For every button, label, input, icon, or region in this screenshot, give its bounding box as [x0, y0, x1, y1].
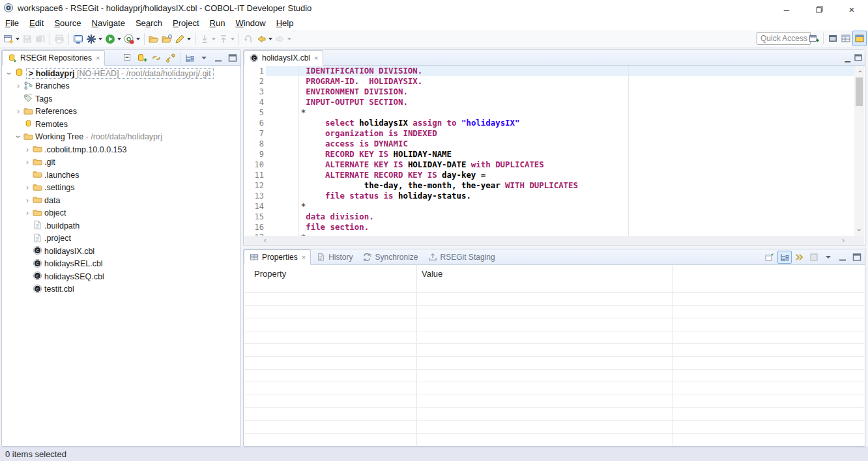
- dropdown-arrow-icon[interactable]: [187, 38, 191, 40]
- tree-item-holidaysrel.cbl[interactable]: ›cholidaysREL.cbl: [3, 258, 240, 271]
- table-row[interactable]: [244, 382, 864, 395]
- coverage-button[interactable]: Q: [123, 32, 141, 46]
- tree-item-.buildpath[interactable]: ›.buildpath: [3, 219, 240, 232]
- code-line-9[interactable]: 9 RECORD KEY IS HOLIDAY-NAME: [244, 149, 864, 160]
- save-button[interactable]: [21, 32, 34, 46]
- code-line-3[interactable]: 3 ENVIRONMENT DIVISION.: [244, 87, 864, 97]
- code-line-7[interactable]: 7 organization is INDEXED: [244, 128, 864, 139]
- quick-access-box[interactable]: Quick Access: [757, 32, 811, 45]
- code-line-12[interactable]: 12 the-day, the-month, the-year WITH DUP…: [244, 180, 864, 191]
- menu-file[interactable]: File: [0, 17, 24, 29]
- tree-item-.git[interactable]: ›.git: [3, 156, 240, 169]
- code-line-11[interactable]: 11 ALTERNATE RECORD KEY IS day-key =: [244, 170, 864, 180]
- dropdown-arrow-icon[interactable]: [98, 38, 102, 40]
- tree-item-holidayprj[interactable]: ›> holidayprj [NO-HEAD] - /root/data/hol…: [3, 67, 240, 80]
- table-row[interactable]: [244, 433, 864, 445]
- scroll-down-icon[interactable]: ›: [854, 225, 864, 234]
- tab-holidaysix-editor[interactable]: c holidaysIX.cbl ×: [244, 50, 323, 66]
- hierarchy-button[interactable]: [183, 52, 196, 64]
- table-row[interactable]: [244, 292, 864, 305]
- tree-item-references[interactable]: ›References: [3, 105, 240, 119]
- viewmenu-button[interactable]: [197, 52, 210, 64]
- tree-item-branches[interactable]: ›Branches: [3, 80, 240, 93]
- minimize-button[interactable]: [836, 251, 849, 263]
- tree-item-.cobolit.tmp.10.0.0.153[interactable]: ›.cobolit.tmp.10.0.0.153: [3, 143, 240, 156]
- maximize-button[interactable]: [850, 251, 863, 263]
- chevron-right-icon[interactable]: ›: [23, 158, 32, 166]
- collapse-all-button[interactable]: [121, 52, 134, 64]
- column-header-property[interactable]: Property: [254, 269, 286, 279]
- table-row[interactable]: [244, 356, 864, 369]
- add-repository-button[interactable]: [136, 52, 149, 64]
- scroll-up-icon[interactable]: ›: [854, 67, 864, 76]
- menu-navigate[interactable]: Navigate: [87, 17, 130, 29]
- code-line-1[interactable]: 1 IDENTIFICATION DIVISION.: [244, 66, 864, 76]
- viewmenu-button[interactable]: [822, 251, 835, 263]
- maximize-view-icon[interactable]: [853, 52, 863, 64]
- scrollbar-thumb[interactable]: [856, 77, 863, 106]
- table-row[interactable]: [244, 331, 864, 344]
- column-header-value[interactable]: Value: [422, 269, 442, 279]
- chevron-down-icon[interactable]: ›: [14, 132, 22, 141]
- clone-repository-button[interactable]: [150, 52, 163, 64]
- tree-item-data[interactable]: ›data: [3, 194, 240, 207]
- persp-resource-button[interactable]: [826, 31, 839, 46]
- chevron-right-icon[interactable]: ›: [14, 82, 23, 90]
- dropdown-arrow-icon[interactable]: [287, 38, 291, 40]
- persp-table-button[interactable]: [839, 31, 852, 46]
- open-folder-button[interactable]: [147, 32, 160, 46]
- last-edit-button[interactable]: [242, 32, 255, 46]
- advanced-button[interactable]: [793, 251, 806, 263]
- chevron-down-icon[interactable]: ›: [5, 69, 13, 78]
- link-repository-button[interactable]: [164, 52, 177, 64]
- tree-item-.project[interactable]: ›.project: [3, 232, 240, 245]
- tree-item-tags[interactable]: ›Tags: [3, 92, 240, 105]
- tree-item-holidaysseq.cbl[interactable]: ›cholidaysSEQ.cbl: [3, 270, 240, 283]
- code-line-2[interactable]: 2 PROGRAM-ID. HOLIDAYSIX.: [244, 76, 864, 87]
- code-line-5[interactable]: 5 *: [244, 107, 864, 118]
- minimize-view-icon[interactable]: ▁: [844, 52, 852, 64]
- code-editor[interactable]: 1 IDENTIFICATION DIVISION.2 PROGRAM-ID. …: [244, 66, 864, 236]
- restore-default-button[interactable]: [807, 251, 820, 263]
- save-all-button[interactable]: [34, 32, 47, 46]
- tree-item-.launches[interactable]: ›.launches: [3, 169, 240, 182]
- dropdown-arrow-icon[interactable]: [117, 38, 121, 40]
- table-row[interactable]: [244, 407, 864, 420]
- pin-view-button[interactable]: [763, 251, 776, 263]
- code-line-6[interactable]: 6 select holidaysIX assign to "holidaysI…: [244, 118, 864, 128]
- close-icon[interactable]: ×: [314, 55, 318, 62]
- dropdown-arrow-icon[interactable]: [231, 38, 235, 40]
- tab-history[interactable]: History: [311, 250, 357, 264]
- table-row[interactable]: [244, 369, 864, 382]
- tree-item-.settings[interactable]: ›.settings: [3, 182, 240, 195]
- tab-rsegit-staging[interactable]: RSEGit Staging: [423, 250, 500, 264]
- menu-edit[interactable]: Edit: [24, 17, 49, 29]
- close-icon[interactable]: ×: [302, 254, 306, 261]
- chevron-right-icon[interactable]: ›: [23, 197, 32, 204]
- tree-item-object[interactable]: ›object: [3, 207, 240, 220]
- menu-search[interactable]: Search: [130, 17, 167, 29]
- editor-vertical-scrollbar[interactable]: › ›: [854, 66, 864, 236]
- run-button[interactable]: [104, 32, 123, 46]
- editor-horizontal-scrollbar[interactable]: ‹ ›: [244, 236, 864, 245]
- categories-button[interactable]: [777, 251, 792, 264]
- dropdown-arrow-icon[interactable]: [16, 38, 20, 40]
- table-row[interactable]: [244, 305, 864, 318]
- menu-source[interactable]: Source: [49, 17, 86, 29]
- tab-properties[interactable]: Properties×: [244, 249, 311, 265]
- code-line-16[interactable]: 16 file section.: [244, 222, 864, 232]
- forward-button[interactable]: [274, 32, 293, 46]
- tree-item-working-tree[interactable]: ›Working Tree - /root/data/holidayprj: [3, 131, 240, 144]
- close-icon[interactable]: ×: [96, 55, 100, 62]
- open-perspective-button[interactable]: [807, 31, 820, 46]
- code-line-4[interactable]: 4 INPUT-OUTPUT SECTION.: [244, 97, 864, 107]
- menu-window[interactable]: Window: [230, 17, 270, 29]
- code-line-10[interactable]: 10 ALTERNATE KEY IS HOLIDAY-DATE with DU…: [244, 160, 864, 170]
- chevron-right-icon[interactable]: ›: [23, 209, 32, 217]
- persp-current-button[interactable]: [852, 31, 867, 46]
- tree-item-testit.cbl[interactable]: ›ctestit.cbl: [3, 283, 240, 296]
- table-row[interactable]: [244, 318, 864, 331]
- dropdown-arrow-icon[interactable]: [136, 38, 140, 40]
- dropdown-arrow-icon[interactable]: [268, 38, 272, 40]
- debug-button[interactable]: [85, 32, 104, 46]
